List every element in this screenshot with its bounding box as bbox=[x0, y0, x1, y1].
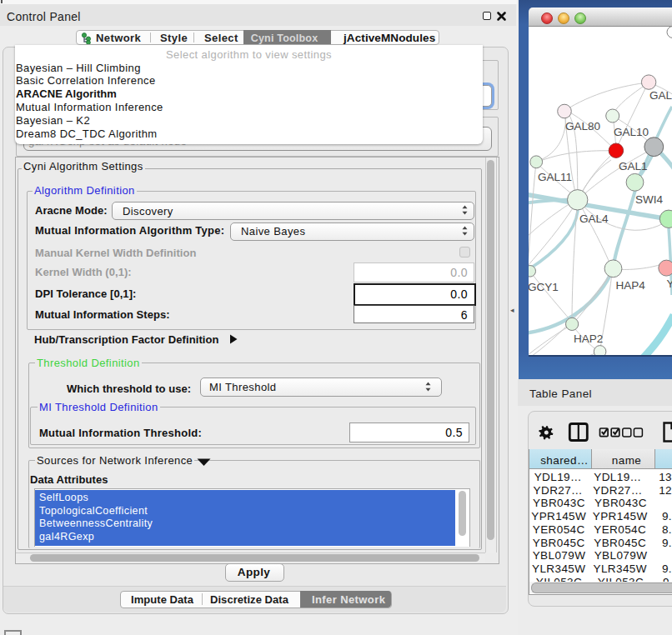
svg-text:GAL: GAL bbox=[649, 89, 672, 102]
svg-text:Y: Y bbox=[667, 278, 672, 290]
svg-text:GAL11: GAL11 bbox=[538, 171, 572, 183]
svg-text:GAL4: GAL4 bbox=[579, 212, 609, 225]
svg-text:GCY1: GCY1 bbox=[529, 281, 559, 293]
svg-text:HAP2: HAP2 bbox=[574, 332, 603, 345]
svg-text:GAL10: GAL10 bbox=[614, 126, 649, 138]
svg-text:SWI4: SWI4 bbox=[635, 193, 663, 206]
svg-text:HAP4: HAP4 bbox=[616, 279, 646, 292]
svg-text:GAL80: GAL80 bbox=[565, 120, 600, 132]
svg-text:GAL1: GAL1 bbox=[619, 160, 648, 172]
